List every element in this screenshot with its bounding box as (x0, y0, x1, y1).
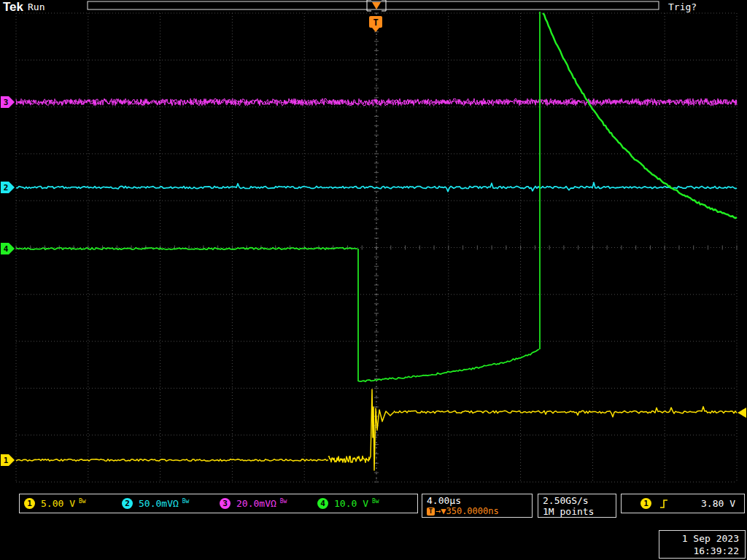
channel-marker-label: 2 (4, 183, 9, 192)
channel-1-readout[interactable]: 1 5.00 V Bw (24, 498, 122, 509)
trigger-flag-label: T (373, 18, 378, 28)
date-value: 1 Sep 2023 (659, 532, 739, 545)
channel-readouts-bar: 1 5.00 V Bw 2 50.0mVΩ Bw 3 20.0mVΩ Bw 4 … (19, 494, 418, 513)
channel-marker-label: 4 (4, 244, 9, 254)
scope-display: T1234 (0, 0, 747, 560)
trigger-t-icon: T (427, 508, 435, 516)
ch4-trace (358, 349, 539, 381)
bandwidth-limit-icon: Bw (372, 498, 379, 505)
ch1-trace (394, 407, 737, 417)
time-value: 16:39:22 (659, 545, 739, 557)
channel-4-badge[interactable]: 4 (317, 498, 328, 509)
channel-3-scale: 20.0mVΩ (236, 498, 276, 509)
horizontal-readout[interactable]: 4.00µs T →▼ 350.0000ns (422, 494, 533, 518)
ch4-trace (16, 248, 357, 250)
delay-value: 350.0000ns (446, 506, 498, 516)
ch1-trace (369, 389, 394, 470)
tek-logo: Tek (3, 0, 23, 15)
channel-1-badge[interactable]: 1 (24, 498, 35, 509)
trigger-readout[interactable]: 1 3.80 V (621, 494, 745, 513)
delay-arrows-icon: →▼ (436, 506, 446, 516)
channel-4-readout[interactable]: 4 10.0 V Bw (317, 498, 415, 509)
channel-2-scale: 50.0mVΩ (139, 498, 179, 509)
record-length: 1M points (543, 506, 616, 517)
ch1-trace (328, 456, 369, 463)
bandwidth-limit-icon: Bw (79, 498, 86, 505)
channel-marker-label: 1 (4, 456, 9, 465)
channel-2-readout[interactable]: 2 50.0mVΩ Bw (122, 498, 220, 509)
channel-3-readout[interactable]: 3 20.0mVΩ Bw (220, 498, 317, 509)
rising-edge-icon (659, 498, 669, 510)
trigger-source-badge[interactable]: 1 (640, 498, 651, 509)
trigger-flag-pointer (372, 28, 379, 32)
trigger-level-arrow[interactable] (738, 408, 746, 418)
acquisition-state: Run (28, 1, 44, 12)
channel-2-badge[interactable]: 2 (122, 498, 133, 509)
bandwidth-limit-icon: Bw (280, 498, 287, 505)
channel-marker-label: 3 (4, 98, 9, 107)
trigger-position-arrow-icon[interactable] (372, 2, 381, 9)
channel-1-scale: 5.00 V (41, 498, 75, 509)
bandwidth-limit-icon: Bw (182, 498, 190, 505)
horizontal-scale: 4.00µs (427, 495, 532, 506)
trigger-level-value: 3.80 V (701, 498, 735, 509)
ch2-trace (16, 182, 737, 192)
trigger-status: Trig? (668, 1, 697, 12)
channel-4-scale: 10.0 V (334, 498, 368, 509)
acquisition-readout[interactable]: 2.50GS/s 1M points (538, 494, 616, 518)
sample-rate: 2.50GS/s (543, 495, 616, 506)
channel-3-badge[interactable]: 3 (220, 498, 231, 509)
ch1-trace (16, 459, 328, 462)
datetime-readout: 1 Sep 2023 16:39:22 (659, 530, 746, 559)
